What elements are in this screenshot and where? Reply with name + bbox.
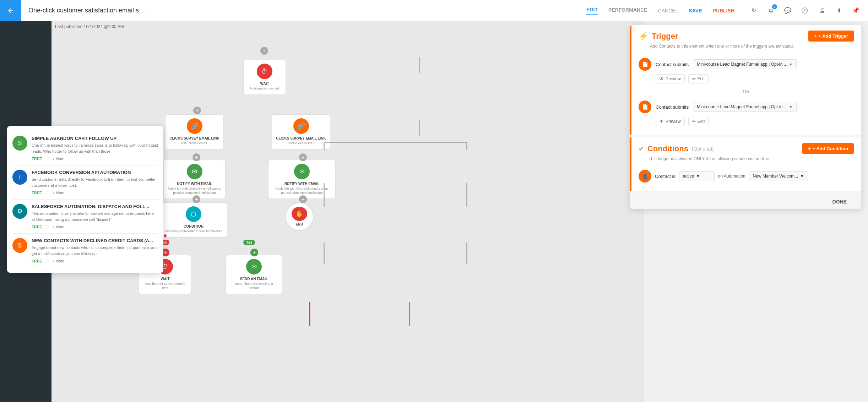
wait-sublabel: Until goal is reached (250, 87, 279, 91)
add-button-end[interactable]: + (299, 195, 307, 203)
wait-icon: ⏱ (257, 64, 272, 79)
heart-icon-salesforce[interactable]: ♡ (45, 224, 49, 229)
more-link-abandon[interactable]: ↓ More (53, 157, 64, 161)
preview-label-1: Preview (666, 76, 681, 81)
trigger-dropdown-arrow-2: ▼ (789, 105, 793, 109)
wait-node-top[interactable]: ⏱ WAIT Until goal is reached (243, 60, 286, 95)
template-free-declined: FREE (32, 259, 42, 263)
condition-status-dropdown[interactable]: active ▼ (679, 171, 715, 181)
clicks-survey-left[interactable]: 🔗 CLICKS SURVEY EMAIL LINK User clicks G… (165, 114, 224, 150)
preview-label-2: Preview (666, 119, 681, 124)
clicks-survey-right[interactable]: 🔗 CLICKS SURVEY EMAIL LINK User clicks G… (272, 114, 330, 150)
notify-left[interactable]: ✉ NOTIFY WITH EMAIL Notify Me with One-c… (163, 160, 226, 199)
send-email-node[interactable]: ✉ SEND AN EMAIL Send Thank you email to … (226, 255, 282, 294)
trigger-row-2: 📄 Contact submits Mini-course Lead Magne… (639, 97, 854, 117)
preview-icon-2: 👁 (660, 119, 664, 124)
add-trigger-button[interactable]: + + Add Trigger (808, 31, 854, 42)
trigger-header: ⚡ Trigger + + Add Trigger (639, 31, 854, 42)
trigger-label-1: Contact submits (656, 62, 689, 67)
template-meta-fb: FREE ♡ ↓ More (32, 190, 158, 195)
condition-automation-dropdown[interactable]: New Member Welcom... ▼ (749, 171, 808, 181)
send-email-icon: ✉ (246, 259, 262, 275)
add-button-condition[interactable]: + (192, 195, 200, 203)
template-item-abandon-cart[interactable]: $ SIMPLE ABANDON CART FOLLOW UP One of t… (12, 131, 158, 165)
template-content-fb: FACEBOOK CONVERSION API AUTOMATION Send … (32, 170, 158, 195)
end-label: END (295, 222, 303, 227)
share-icon[interactable]: ⬆ (834, 6, 844, 16)
more-link-salesforce[interactable]: ↓ More (53, 225, 64, 229)
add-button-send-email[interactable]: + (250, 249, 258, 256)
trigger-dropdown-value-2: Mini-course Lead Magnet Funnel app | Opt… (697, 104, 787, 109)
pin-icon[interactable]: 📌 (851, 6, 861, 16)
condition-status-value: active (683, 174, 694, 179)
trigger-lightning-icon: ⚡ (639, 32, 648, 41)
trigger-dropdown-2[interactable]: Mini-course Lead Magnet Funnel app | Opt… (693, 102, 797, 112)
back-button[interactable] (0, 0, 21, 21)
clicks-right-icon: 🔗 (293, 118, 309, 134)
template-free-salesforce: FREE (32, 225, 42, 229)
condition-node[interactable]: ⬡ CONDITION Testimony Completed Equal To… (160, 202, 227, 238)
add-button-notify-left[interactable]: + (192, 153, 200, 161)
trigger-dropdown-1[interactable]: Mini-course Lead Magnet Funnel app | Opt… (693, 59, 797, 69)
template-free-abandon: FREE (32, 157, 42, 161)
or-divider: OR (639, 86, 854, 97)
save-button[interactable]: SAVE (689, 8, 702, 13)
template-item-salesforce[interactable]: ⚙ SALESFORCE AUTOMATION: DISPATCH AND FO… (12, 200, 158, 234)
heart-icon-declined[interactable]: ♡ (45, 259, 49, 263)
edit-button-1[interactable]: ✏ Edit (688, 74, 709, 83)
tab-performance[interactable]: PERFORMANCE (608, 7, 647, 14)
add-button-top[interactable]: + (260, 47, 268, 55)
notify-right-icon: ✉ (294, 164, 310, 179)
add-trigger-plus: + (814, 33, 817, 39)
more-label-declined: More (55, 259, 64, 263)
copy-icon[interactable]: ⧉1 (766, 6, 776, 16)
add-condition-button[interactable]: + + Add Condition (802, 143, 854, 154)
notify-right-label: NOTIFY WITH EMAIL (284, 181, 320, 186)
template-item-declined[interactable]: $ NEW CONTACTS WITH DECLINED CREDIT CARD… (12, 234, 158, 267)
clicks-left-sublabel: User clicks GOOD. (181, 141, 208, 146)
notify-right-sublabel: Notify Me with One-click email survey ne… (272, 187, 332, 195)
more-arrow-declined: ↓ (53, 259, 54, 263)
template-item-fb[interactable]: f FACEBOOK CONVERSION API AUTOMATION Sen… (12, 165, 158, 200)
template-meta-declined: FREE ♡ ↓ More (32, 259, 158, 263)
condition-status-arrow: ▼ (696, 174, 700, 179)
conditions-header: ✔ Conditions (Optional) + + Add Conditio… (639, 143, 854, 154)
more-arrow-fb: ↓ (53, 191, 54, 195)
preview-button-1[interactable]: 👁 Preview (656, 74, 685, 83)
notify-right[interactable]: ✉ NOTIFY WITH EMAIL Notify Me with One-c… (268, 160, 336, 199)
print-icon[interactable]: 🖨 (817, 6, 827, 16)
template-title-salesforce: SALESFORCE AUTOMATION: DISPATCH AND FOLL… (32, 204, 158, 209)
condition-label: CONDITION (184, 224, 204, 229)
edit-button-2[interactable]: ✏ Edit (688, 117, 709, 126)
conditions-optional: (Optional) (692, 146, 714, 152)
add-button-left-branch[interactable]: + (193, 107, 201, 114)
heart-icon-abandon[interactable]: ♡ (45, 156, 49, 161)
refresh-icon[interactable]: ↻ (749, 6, 759, 16)
history-icon[interactable]: 🕐 (800, 6, 810, 16)
notify-left-icon: ✉ (187, 164, 202, 179)
template-content-declined: NEW CONTACTS WITH DECLINED CREDIT CARDS … (32, 238, 158, 263)
template-meta-salesforce: FREE ♡ ↓ More (32, 224, 158, 229)
more-link-fb[interactable]: ↓ More (53, 191, 64, 195)
tab-edit[interactable]: EDIT (586, 7, 598, 15)
preview-button-2[interactable]: 👁 Preview (656, 117, 685, 126)
template-content-abandon: SIMPLE ABANDON CART FOLLOW UP One of the… (32, 136, 158, 161)
comment-icon[interactable]: 💬 (783, 6, 793, 16)
heart-icon-fb[interactable]: ♡ (45, 190, 49, 195)
notify-left-sublabel: Notify Me with One-click email survey po… (167, 187, 222, 195)
trigger-dropdown-value-1: Mini-course Lead Magnet Funnel app | Opt… (697, 62, 787, 67)
done-button[interactable]: DONE (825, 195, 854, 209)
add-button-notify-right[interactable]: + (299, 153, 307, 161)
publish-button[interactable]: PUBLISH (713, 8, 734, 13)
template-desc-fb: Send customer data directly to Facebook … (32, 176, 158, 188)
add-condition-label: + Add Condition (813, 146, 848, 151)
wait-label: WAIT (260, 81, 269, 86)
more-link-declined[interactable]: ↓ More (53, 259, 64, 263)
cancel-button[interactable]: CANCEL (658, 8, 678, 13)
condition-sublabel: Testimony Completed Equal To Checked (165, 229, 222, 234)
template-icon-salesforce: ⚙ (12, 204, 27, 219)
conditions-section: ✔ Conditions (Optional) + + Add Conditio… (630, 137, 861, 191)
end-node[interactable]: ✋ END (285, 202, 314, 231)
edit-label-1: Edit (698, 76, 705, 81)
top-navigation: One-click customer satisfaction email s…… (0, 0, 868, 21)
